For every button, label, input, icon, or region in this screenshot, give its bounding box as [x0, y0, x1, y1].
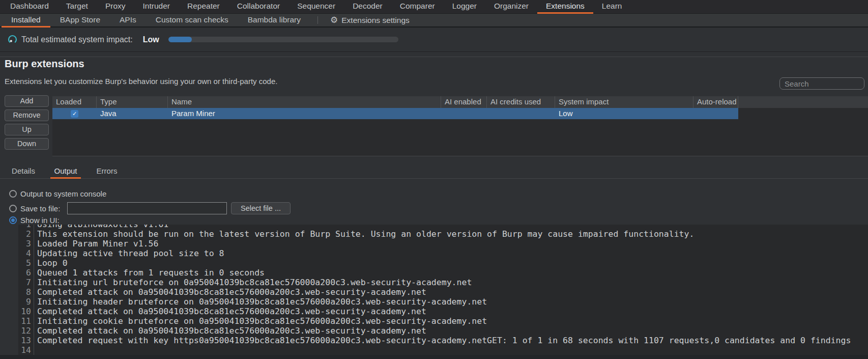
impact-progress-bar [168, 37, 398, 42]
impact-value: Low [143, 35, 159, 44]
search-input[interactable] [779, 77, 864, 90]
extensions-table: Loaded Type Name AI enabled AI credits u… [52, 96, 868, 156]
save-to-file-option[interactable]: Save to file: [9, 204, 60, 213]
line-text: Completed attack on 0a950041039bc8ca81ec… [34, 326, 426, 336]
console-content: 1Using albinowaxUtils v1.01 2This extens… [18, 225, 868, 355]
line-text: Initiating url bruteforce on 0a950041039… [34, 278, 472, 287]
detail-tabs-bar: Details Output Errors [0, 164, 868, 179]
tab-target[interactable]: Target [57, 0, 97, 14]
loaded-checkbox[interactable] [71, 110, 78, 118]
tab-learn[interactable]: Learn [593, 0, 631, 14]
down-button[interactable]: Down [5, 138, 49, 150]
remove-button[interactable]: Remove [5, 109, 49, 121]
line-text: Loop 0 [34, 258, 68, 268]
bottom-strip [0, 355, 868, 359]
column-header-auto-reload[interactable]: Auto-reload [693, 96, 738, 108]
table-header: Loaded Type Name AI enabled AI credits u… [52, 96, 868, 108]
tab-errors[interactable]: Errors [93, 164, 121, 179]
subtab-apis[interactable]: APIs [110, 14, 146, 27]
add-button[interactable]: Add [5, 95, 49, 107]
console-line: 5Loop 0 [18, 258, 868, 268]
extensions-settings-button[interactable]: ⚙ Extensions settings [325, 14, 415, 26]
ai-credits-used-cell [487, 108, 555, 119]
console-line: 7Initiating url bruteforce on 0a95004103… [18, 278, 868, 287]
console-line: 3Loaded Param Miner v1.56 [18, 239, 868, 248]
show-in-ui-option[interactable]: Show in UI: [9, 216, 60, 225]
line-text: This extension should be run on the late… [34, 229, 694, 239]
radio-icon[interactable] [9, 205, 17, 212]
console-line: 1Using albinowaxUtils v1.01 [18, 225, 868, 229]
console-line: 4Updating active thread pool size to 8 [18, 248, 868, 258]
column-header-ai-credits-used[interactable]: AI credits used [487, 96, 555, 108]
line-number: 4 [18, 248, 34, 258]
row-filler [738, 108, 868, 119]
table-row[interactable]: Java Param Miner Low [52, 108, 868, 119]
subtab-bapp-store[interactable]: BApp Store [50, 14, 110, 27]
radio-label: Save to file: [20, 204, 60, 213]
tab-details[interactable]: Details [8, 164, 39, 179]
column-header-system-impact[interactable]: System impact [555, 96, 693, 108]
subtab-installed[interactable]: Installed [2, 14, 50, 27]
tab-extensions[interactable]: Extensions [537, 0, 593, 14]
line-number: 3 [18, 239, 34, 248]
line-number: 9 [18, 297, 34, 307]
column-header-type[interactable]: Type [97, 96, 168, 108]
radio-label: Output to system console [20, 189, 106, 198]
subtab-bambda-library[interactable]: Bambda library [238, 14, 310, 27]
select-file-button[interactable]: Select file ... [231, 202, 291, 214]
line-number: 11 [18, 316, 34, 326]
line-number: 1 [18, 225, 34, 229]
line-number: 8 [18, 287, 34, 297]
save-to-file-path-input[interactable] [67, 202, 227, 214]
console-line: 14 [18, 345, 868, 355]
section-divider [0, 57, 868, 57]
column-header-loaded[interactable]: Loaded [52, 96, 97, 108]
column-header-ai-enabled[interactable]: AI enabled [441, 96, 487, 108]
radio-icon[interactable] [9, 190, 17, 198]
tab-repeater[interactable]: Repeater [179, 0, 228, 14]
extensions-subnav: Installed BApp Store APIs Custom scan ch… [0, 14, 868, 27]
console-line: 12Completed attack on 0a950041039bc8ca81… [18, 326, 868, 336]
column-header-filler [738, 96, 868, 108]
line-number: 6 [18, 268, 34, 278]
console-line: 10Completed attack on 0a950041039bc8ca81… [18, 307, 868, 316]
subnav-divider [317, 16, 318, 24]
column-header-name[interactable]: Name [168, 96, 441, 108]
console-line: 9Initiating header bruteforce on 0a95004… [18, 297, 868, 307]
tab-decoder[interactable]: Decoder [344, 0, 391, 14]
tab-collaborator[interactable]: Collaborator [228, 0, 288, 14]
line-number: 5 [18, 258, 34, 268]
tab-output[interactable]: Output [50, 164, 81, 179]
console-line: 8Completed attack on 0a950041039bc8ca81e… [18, 287, 868, 297]
line-number: 10 [18, 307, 34, 316]
tab-organizer[interactable]: Organizer [485, 0, 537, 14]
console-line: 11Initiating cookie bruteforce on 0a9500… [18, 316, 868, 326]
gear-icon: ⚙ [330, 16, 338, 24]
auto-reload-cell [693, 108, 738, 119]
console-line: 13Completed request with key https0a9500… [18, 336, 868, 345]
up-button[interactable]: Up [5, 124, 49, 135]
console-line: 2This extension should be run on the lat… [18, 229, 868, 239]
line-text: Updating active thread pool size to 8 [34, 248, 224, 258]
subtab-custom-scan-checks[interactable]: Custom scan checks [146, 14, 238, 27]
tab-intruder[interactable]: Intruder [134, 0, 179, 14]
extensions-settings-label: Extensions settings [341, 16, 410, 25]
page-title: Burp extensions [5, 58, 84, 70]
line-number: 7 [18, 278, 34, 287]
console-line: 6Queued 1 attacks from 1 requests in 0 s… [18, 268, 868, 278]
tab-comparer[interactable]: Comparer [391, 0, 444, 14]
line-number: 13 [18, 336, 34, 345]
tab-proxy[interactable]: Proxy [97, 0, 134, 14]
line-text: Initiating header bruteforce on 0a950041… [34, 297, 487, 307]
tab-logger[interactable]: Logger [444, 0, 485, 14]
tab-sequencer[interactable]: Sequencer [288, 0, 344, 14]
loaded-cell [52, 108, 97, 119]
line-text: Loaded Param Miner v1.56 [34, 239, 158, 248]
extension-output-console[interactable]: 1Using albinowaxUtils v1.01 2This extens… [18, 225, 868, 355]
radio-icon-selected[interactable] [9, 216, 17, 224]
tab-dashboard[interactable]: Dashboard [2, 0, 57, 14]
line-text: Completed attack on 0a950041039bc8ca81ec… [34, 287, 426, 297]
line-number: 14 [18, 345, 34, 355]
line-text: Using albinowaxUtils v1.01 [34, 225, 168, 229]
output-to-system-console-option[interactable]: Output to system console [9, 189, 106, 198]
